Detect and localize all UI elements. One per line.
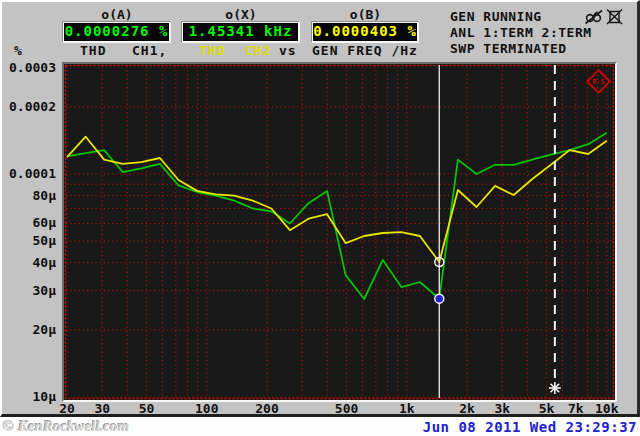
x-tick-label: 100 [187,401,227,416]
legend-ch1-function: THD [80,43,106,58]
y-axis-tick-labels: 0.00030.00020.000180µ60µ50µ40µ30µ20µ10µ [4,2,58,419]
legend-ch2-name: CH2 [245,43,271,58]
y-tick-label: 50µ [2,233,56,248]
y-tick-label: 60µ [2,215,56,230]
readout-x-label: o(X) [182,7,300,22]
cursor-marker[interactable] [435,294,444,303]
app-frame: o(A) o(X) o(B) 0.0000276 % 1.45341 kHz 0… [0,0,640,436]
legend-vs-label: vs [279,43,297,58]
y-tick-label: 0.0002 [2,99,56,114]
trace-ch1 [67,133,607,299]
x-tick-label: 500 [327,401,367,416]
y-tick-label: 40µ [2,255,56,270]
rohde-schwarz-logo: R·S [587,70,610,93]
readout-b-box: 0.0000403 % [312,22,419,43]
readout-a-value: 0.0000276 % [64,23,169,40]
readout-x-box: 1.45341 kHz [182,22,300,43]
y-tick-label: 0.0001 [2,166,56,181]
watermark: © KenRockwell.com [3,418,129,435]
x-tick-label: 10k [587,401,627,416]
monitor-disabled-icon [606,8,623,26]
svg-text:R·S: R·S [592,78,605,86]
plot-canvas[interactable]: R·S [64,64,615,400]
y-tick-label: 20µ [2,322,56,337]
y-tick-label: 30µ [2,283,56,298]
status-analyzer: ANL 1:TERM 2:TERM [450,25,592,40]
plot-frame: R·S [62,62,617,402]
readout-x-value: 1.45341 kHz [183,23,298,40]
x-tick-label: 30 [82,401,122,416]
x-tick-label: 20 [47,401,87,416]
status-generator: GEN RUNNING [450,9,542,24]
readout-b-value: 0.0000403 % [313,23,417,40]
y-tick-label: 80µ [2,188,56,203]
datetime: Jun 08 2011 Wed 23:29:37 [423,419,637,435]
legend-ch2-function: THD [199,43,225,58]
x-quantity-label: GEN FREQ /Hz [312,43,418,58]
x-tick-label: 50 [127,401,167,416]
x-tick-label: 200 [247,401,287,416]
x-tick-label: 3k [482,401,522,416]
mouse-disabled-icon [584,9,604,25]
readout-a-label: o(A) [63,7,171,22]
x-tick-label: 1k [387,401,427,416]
instrument-screen: o(A) o(X) o(B) 0.0000276 % 1.45341 kHz 0… [0,0,640,417]
readout-b-label: o(B) [312,7,419,22]
trace-ch2 [67,137,607,262]
readout-a-box: 0.0000276 % [63,22,171,43]
status-sweep: SWP TERMINATED [450,41,567,56]
x-tick-label: 2k [447,401,487,416]
legend-ch1-name: CH1, [132,43,167,58]
y-tick-label: 0.0003 [2,60,56,75]
x-axis-tick-labels: 2030501002005001k2k3k5k7k10k [2,401,640,417]
